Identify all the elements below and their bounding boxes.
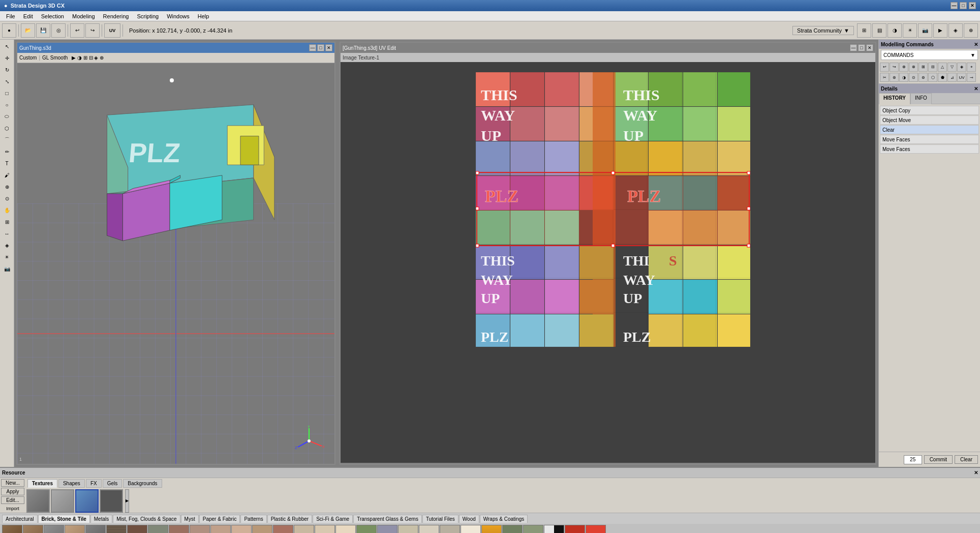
extra-btn1[interactable]: ◈ <box>948 23 963 38</box>
new-resource-button[interactable]: New... <box>1 479 24 487</box>
community-button[interactable]: Strata Community ▼ <box>792 26 854 35</box>
commit-button[interactable]: Commit <box>924 455 953 464</box>
gallery-item-27[interactable] <box>565 525 585 533</box>
cmd-btn-20[interactable]: ⊸ <box>967 73 976 82</box>
tab-info[interactable]: INFO <box>910 93 932 104</box>
rotate-tool[interactable]: ↻ <box>2 64 13 75</box>
save-btn[interactable]: 💾 <box>36 23 50 38</box>
menu-edit[interactable]: Edit <box>19 12 37 20</box>
menu-selection[interactable]: Selection <box>37 12 68 20</box>
cmd-btn-7[interactable]: △ <box>938 63 947 72</box>
zoom-tool[interactable]: ⊕ <box>2 181 13 192</box>
redo-btn[interactable]: ↪ <box>85 23 100 38</box>
cylinder-tool[interactable]: ⬭ <box>2 111 13 122</box>
tab-history[interactable]: HISTORY <box>879 93 910 104</box>
history-count-input[interactable] <box>904 455 922 464</box>
pen-tool[interactable]: ✏ <box>2 146 13 157</box>
vp3d-minimize[interactable]: — <box>309 44 316 51</box>
cmd-btn-4[interactable]: ⊗ <box>909 63 918 72</box>
gallery-item-9[interactable] <box>190 525 210 533</box>
cmd-btn-18[interactable]: ⊿ <box>947 73 957 82</box>
tab-textures[interactable]: Textures <box>27 479 57 488</box>
cat-paper[interactable]: Paper & Fabric <box>199 515 240 523</box>
gallery-item-8[interactable] <box>169 525 189 533</box>
gallery-item-22[interactable] <box>461 525 481 533</box>
thumb-scrollbar[interactable]: ▶ <box>125 489 129 513</box>
vpuv-maximize[interactable]: □ <box>858 44 865 51</box>
tab-fx[interactable]: FX <box>86 479 102 488</box>
orbit-tool[interactable]: ⊙ <box>2 193 13 204</box>
extra-btn2[interactable]: ⊕ <box>964 23 978 38</box>
cmd-btn-8[interactable]: ▽ <box>947 63 957 72</box>
apply-button[interactable]: Apply <box>1 488 24 495</box>
texture-thumb-1[interactable] <box>51 489 74 513</box>
gallery-item-20[interactable] <box>419 525 439 533</box>
import-label[interactable]: Import <box>1 506 24 511</box>
cat-tutorial[interactable]: Tutorial Files <box>422 515 458 523</box>
gallery-item-19[interactable] <box>398 525 418 533</box>
history-item-1[interactable]: Object Move <box>880 115 979 125</box>
open-btn[interactable]: 📂 <box>21 23 35 38</box>
cmd-btn-14[interactable]: ⊙ <box>909 73 918 82</box>
cat-scifi[interactable]: Sci-Fi & Game <box>313 515 353 523</box>
cam-btn[interactable]: 📷 <box>918 23 932 38</box>
anim-btn[interactable]: ▶ <box>933 23 947 38</box>
history-item-2[interactable]: Clear <box>880 125 979 134</box>
details-close[interactable]: ✕ <box>974 86 978 92</box>
minimize-button[interactable]: — <box>951 2 958 9</box>
viewport-3d-content[interactable]: PLZ X Y Z 1 <box>17 63 334 464</box>
cat-wood[interactable]: Wood <box>459 515 479 523</box>
gallery-item-26[interactable] <box>544 525 564 533</box>
gallery-item-2[interactable] <box>44 525 64 533</box>
undo-btn[interactable]: ↩ <box>70 23 84 38</box>
gallery-item-0[interactable] <box>2 525 22 533</box>
gallery-item-10[interactable] <box>210 525 231 533</box>
vpuv-close[interactable]: ✕ <box>866 44 873 51</box>
polygon-tool[interactable]: ⬡ <box>2 123 13 134</box>
gallery-item-5[interactable] <box>106 525 127 533</box>
tab-shapes[interactable]: Shapes <box>58 479 85 488</box>
cat-patterns[interactable]: Patterns <box>240 515 266 523</box>
menu-modeling[interactable]: Modeling <box>68 12 99 20</box>
cat-plastic[interactable]: Plastic & Rubber <box>267 515 312 523</box>
box-tool[interactable]: □ <box>2 87 13 99</box>
cmd-btn-15[interactable]: ⊚ <box>918 73 928 82</box>
gallery-item-14[interactable] <box>294 525 314 533</box>
maximize-button[interactable]: □ <box>960 2 967 9</box>
texture-thumb-3[interactable] <box>100 489 123 513</box>
gallery-item-17[interactable] <box>356 525 377 533</box>
render-btn[interactable]: ◎ <box>51 23 66 38</box>
cmd-btn-19[interactable]: UV <box>957 73 966 82</box>
gallery-item-23[interactable] <box>481 525 502 533</box>
menu-help[interactable]: Help <box>194 12 213 20</box>
menu-rendering[interactable]: Rendering <box>99 12 133 20</box>
gallery-item-24[interactable] <box>502 525 523 533</box>
scale-tool[interactable]: ⤡ <box>2 76 13 87</box>
new-btn[interactable]: ● <box>2 23 16 38</box>
gallery-item-18[interactable] <box>377 525 397 533</box>
cmd-btn-12[interactable]: ⊛ <box>890 73 899 82</box>
gallery-item-7[interactable] <box>148 525 168 533</box>
display-btn[interactable]: ▤ <box>872 23 886 38</box>
modeling-commands-close[interactable]: ✕ <box>974 42 978 47</box>
cmd-btn-1[interactable]: ↩ <box>880 63 889 72</box>
cmd-btn-2[interactable]: ↪ <box>890 63 899 72</box>
tab-gels[interactable]: Gels <box>103 479 122 488</box>
cat-myst[interactable]: Myst <box>181 515 199 523</box>
text-tool[interactable]: T <box>2 158 13 169</box>
gallery-item-11[interactable] <box>231 525 252 533</box>
history-item-4[interactable]: Move Faces <box>880 144 979 154</box>
cmd-btn-17[interactable]: ⬟ <box>938 73 947 82</box>
tab-backgrounds[interactable]: Backgrounds <box>123 479 162 488</box>
cat-wraps[interactable]: Wraps & Coatings <box>480 515 528 523</box>
menu-file[interactable]: File <box>2 12 19 20</box>
paint-tool[interactable]: 🖌 <box>2 169 13 181</box>
texture-thumb-2[interactable] <box>75 489 99 513</box>
pan-tool[interactable]: ✋ <box>2 204 13 216</box>
gallery-item-1[interactable] <box>23 525 43 533</box>
bezier-tool[interactable]: ⌒ <box>2 134 13 145</box>
menu-scripting[interactable]: Scripting <box>133 12 163 20</box>
edit-button[interactable]: Edit... <box>1 496 24 504</box>
gallery-item-4[interactable] <box>85 525 106 533</box>
move-tool[interactable]: ✛ <box>2 52 13 64</box>
